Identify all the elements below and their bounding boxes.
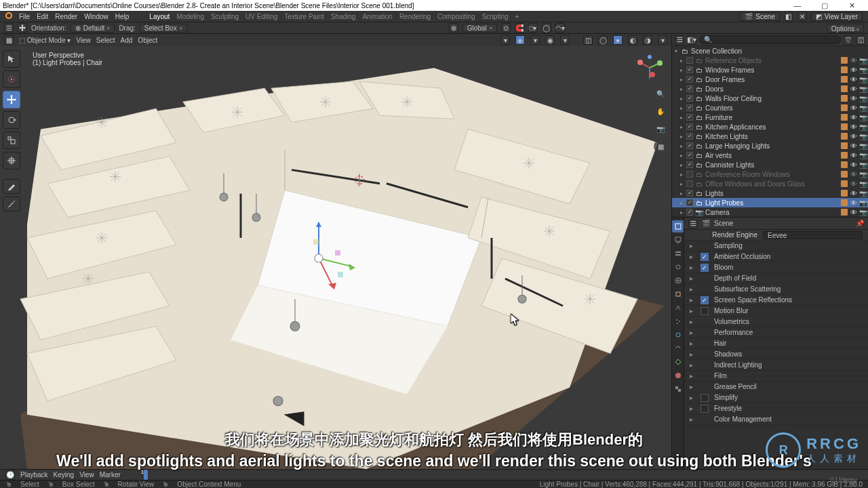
outliner-root[interactable]: ▾ 🗀 Scene Collection (672, 46, 868, 56)
disable-icon[interactable]: 📷 (859, 95, 867, 102)
collection-enable-checkbox[interactable] (686, 123, 693, 130)
tree-twist-icon[interactable]: ▸ (679, 209, 684, 216)
disable-icon[interactable]: 📷 (859, 161, 867, 169)
props-panel-header[interactable]: ▸Color Management (684, 414, 868, 425)
props-panel-header[interactable]: ▸Sampling (684, 241, 868, 251)
panel-twist-icon[interactable]: ▸ (690, 372, 695, 380)
outliner-item[interactable]: ▸🗀Walls Floor Ceiling👁📷 (672, 94, 868, 103)
tab-viewlayer[interactable] (672, 247, 684, 260)
collection-enable-checkbox[interactable] (686, 104, 693, 111)
workspace-tab-scripting[interactable]: Scripting (482, 13, 509, 20)
props-panel-header[interactable]: ▸Motion Blur (684, 306, 868, 317)
pivot-icon[interactable]: ⊙ (501, 23, 511, 33)
tree-twist-icon[interactable]: ▸ (679, 77, 684, 83)
visibility-icon[interactable]: 👁 (850, 76, 857, 83)
workspace-tab-layout[interactable]: Layout (149, 13, 170, 20)
panel-checkbox[interactable] (701, 307, 709, 315)
tool-cursor[interactable] (3, 70, 20, 88)
disable-icon[interactable]: 📷 (859, 133, 867, 140)
props-panel-header[interactable]: ▸Ambient Occlusion (684, 251, 868, 262)
3d-viewport[interactable]: ▦ ⬚ Object Mode ▾ View Select Add Object… (0, 34, 671, 469)
menu-file[interactable]: File (19, 13, 30, 20)
tool-annotate[interactable] (3, 179, 20, 194)
overlay-toggle-icon[interactable]: ◉ (545, 35, 555, 45)
transform-orient-dropdown[interactable]: Global▾ (462, 24, 497, 33)
visibility-icon[interactable]: 👁 (850, 66, 857, 74)
workspace-tab-add[interactable]: + (515, 13, 519, 20)
vp-menu-add[interactable]: Add (121, 37, 133, 44)
shading-wire-icon[interactable]: ◯ (598, 35, 608, 45)
panel-twist-icon[interactable]: ▸ (690, 318, 695, 325)
menu-edit[interactable]: Edit (37, 13, 48, 20)
outliner-item[interactable]: ▸🗀Office Windows and Doors Glass👁📷 (672, 179, 868, 188)
disable-icon[interactable]: 📷 (859, 114, 867, 121)
tl-marker[interactable]: Marker (100, 471, 121, 479)
tree-twist-icon[interactable]: ▸ (679, 58, 684, 64)
options-dropdown[interactable]: Options ▾ (827, 24, 864, 33)
menu-help[interactable]: Help (115, 13, 130, 20)
outliner-item[interactable]: ▸🗀Large Hanging Lights👁📷 (672, 141, 868, 150)
panel-twist-icon[interactable]: ▸ (690, 274, 695, 282)
collection-enable-checkbox[interactable] (686, 95, 693, 102)
props-panel-header[interactable]: ▸Grease Pencil (684, 382, 868, 392)
scene-new-button[interactable]: ◧ (784, 12, 793, 21)
props-panel-header[interactable]: ▸Volumetrics (684, 317, 868, 327)
workspace-tab-rendering[interactable]: Rendering (399, 13, 431, 20)
outliner-item[interactable]: ▸🗀Window Frames👁📷 (672, 65, 868, 75)
props-panel-header[interactable]: ▸Simplify (684, 392, 868, 403)
panel-checkbox[interactable] (701, 394, 709, 402)
collection-enable-checkbox[interactable] (686, 85, 693, 92)
mode-dropdown[interactable]: ⬚ Object Mode ▾ (19, 37, 71, 44)
panel-twist-icon[interactable]: ▸ (690, 242, 695, 249)
tool-rotate[interactable] (3, 111, 20, 129)
shading-lookdev-icon[interactable]: ◐ (628, 35, 637, 45)
collection-enable-checkbox[interactable] (686, 76, 693, 83)
tree-twist-icon[interactable]: ▸ (679, 143, 684, 149)
tab-render[interactable] (672, 220, 684, 232)
workspace-tab-compositing[interactable]: Compositing (437, 13, 475, 20)
collection-enable-checkbox[interactable] (686, 171, 693, 178)
shading-solid-icon[interactable]: ● (613, 35, 623, 45)
window-close-button[interactable]: ✕ (838, 1, 865, 10)
tab-texture[interactable] (672, 383, 684, 395)
window-min-button[interactable]: — (784, 1, 811, 9)
tree-twist-icon[interactable]: ▸ (679, 96, 684, 102)
falloff-icon[interactable]: ◠▾ (555, 23, 565, 33)
panel-twist-icon[interactable]: ▸ (690, 296, 695, 304)
workspace-tab-uv[interactable]: UV Editing (245, 13, 277, 20)
tree-twist-icon[interactable]: ▸ (679, 67, 684, 73)
props-panel-header[interactable]: ▸Screen Space Reflections (684, 295, 868, 306)
editor-type-icon[interactable]: ▦ (4, 35, 14, 45)
disable-icon[interactable]: 📷 (859, 209, 867, 216)
tool-move-icon[interactable] (18, 23, 27, 33)
props-panel-header[interactable]: ▸Depth of Field (684, 273, 868, 284)
outliner-editor-icon[interactable]: ☰ (675, 35, 684, 45)
disable-icon[interactable]: 📷 (859, 76, 867, 83)
collection-enable-checkbox[interactable] (686, 161, 693, 168)
panel-twist-icon[interactable]: ▸ (690, 329, 695, 336)
tool-move[interactable] (3, 91, 20, 108)
current-frame-marker[interactable]: 1 (144, 470, 148, 480)
panel-twist-icon[interactable]: ▸ (690, 383, 695, 390)
outliner-item[interactable]: ▸🗀Kitchen Applicances👁📷 (672, 122, 868, 131)
panel-twist-icon[interactable]: ▸ (690, 405, 695, 412)
outliner-item[interactable]: ▸🗀Lights👁📷 (672, 188, 868, 198)
render-engine-dropdown[interactable]: Eevee (763, 231, 863, 239)
tab-modifiers[interactable] (672, 302, 684, 314)
disable-icon[interactable]: 📷 (859, 123, 867, 131)
overlay-options-icon[interactable]: ▾ (560, 35, 570, 45)
outliner-new-col-icon[interactable]: ◫ (856, 35, 865, 45)
pin-icon[interactable]: 📌 (856, 220, 864, 227)
panel-twist-icon[interactable]: ▸ (690, 285, 695, 293)
panel-checkbox[interactable] (701, 253, 709, 261)
disable-icon[interactable]: 📷 (859, 57, 867, 64)
tl-keying[interactable]: Keying (54, 471, 75, 479)
workspace-tab-texturepaint[interactable]: Texture Paint (284, 13, 323, 20)
gizmo-options-icon[interactable]: ▾ (530, 35, 540, 45)
outliner-item[interactable]: ▸🗀Counters👁📷 (672, 103, 868, 113)
zoom-icon[interactable]: 🔍 (654, 87, 667, 100)
disable-icon[interactable]: 📷 (859, 199, 867, 207)
props-panel-header[interactable]: ▸Performance (684, 327, 868, 338)
panel-twist-icon[interactable]: ▸ (690, 340, 695, 347)
disable-icon[interactable]: 📷 (859, 66, 867, 74)
